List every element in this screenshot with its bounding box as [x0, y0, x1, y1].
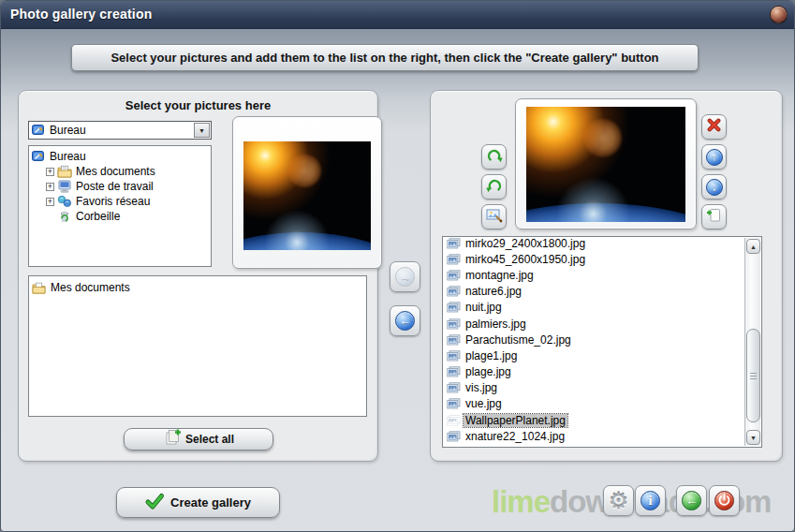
- desktop-icon: [31, 150, 46, 163]
- tree-item-mes-documents[interactable]: Mes documents: [31, 164, 209, 179]
- gallery-preview-image: [526, 107, 685, 222]
- folder-dropdown[interactable]: Bureau: [28, 121, 212, 140]
- photo-file-icon: [447, 415, 461, 426]
- photo-file-icon: [447, 350, 461, 362]
- photo-file-icon: [447, 254, 461, 265]
- add-pages-icon: [163, 429, 182, 450]
- create-gallery-button[interactable]: Create gallery: [116, 487, 280, 518]
- photo-file-icon: [447, 398, 461, 409]
- gallery-preview-frame: [515, 98, 697, 229]
- gallery-file-list: mirko29_2400x1800.jpg mirko45_2600x1950.…: [442, 236, 762, 448]
- gallery-file-row[interactable]: palmiers.jpg: [447, 316, 743, 332]
- expand-plus-icon[interactable]: [46, 168, 54, 176]
- green-check-icon: [145, 494, 164, 512]
- tree-item-label: Mes documents: [76, 165, 155, 178]
- gear-icon: ⚙: [609, 490, 629, 512]
- gallery-file-row[interactable]: mirko45_2600x1950.jpg: [447, 251, 743, 267]
- folder-icon: [32, 282, 46, 293]
- photo-file-icon: [447, 318, 461, 330]
- tree-item-label: Favoris réseau: [76, 195, 150, 208]
- gallery-scrollbar[interactable]: [744, 238, 760, 446]
- info-icon: [640, 491, 660, 510]
- gallery-file-row[interactable]: xnature22_1024.jpg: [447, 428, 743, 444]
- source-panel: Select your pictures here Bureau Bureau …: [18, 90, 378, 462]
- list-item[interactable]: Mes documents: [32, 279, 363, 295]
- tree-item-poste-de-travail[interactable]: Poste de travail: [31, 179, 209, 194]
- expand-plus-icon[interactable]: [46, 183, 54, 191]
- rotate-clockwise-icon: [486, 147, 503, 168]
- arrow-down-icon: [706, 179, 723, 196]
- gallery-file-row[interactable]: nature6.jpg: [447, 284, 743, 300]
- tree-item-bureau[interactable]: Bureau: [31, 149, 209, 164]
- select-all-label: Select all: [185, 433, 234, 446]
- window-title: Photo gallery creation: [10, 7, 152, 22]
- create-gallery-label: Create gallery: [170, 495, 251, 510]
- gallery-file-row[interactable]: vue.jpg: [447, 396, 743, 412]
- list-item-label: Mes documents: [49, 281, 132, 294]
- recycle-bin-icon: [57, 210, 72, 223]
- gallery-file-row[interactable]: plage.jpg: [447, 364, 743, 380]
- settings-button[interactable]: ⚙: [603, 485, 634, 516]
- photo-file-icon: [447, 431, 461, 442]
- network-icon: [57, 195, 72, 208]
- add-to-gallery-button: [390, 261, 420, 292]
- tree-item-corbeille[interactable]: Corbeille: [31, 209, 209, 224]
- move-up-button[interactable]: [701, 144, 727, 170]
- computer-icon: [57, 180, 72, 193]
- photo-gallery-window: Photo gallery creation Select your pictu…: [0, 0, 795, 532]
- gallery-file-row[interactable]: montagne.jpg: [447, 267, 743, 283]
- add-file-button[interactable]: [701, 204, 727, 229]
- arrow-left-icon: [682, 491, 701, 510]
- arrow-right-icon: [395, 267, 415, 287]
- move-down-button[interactable]: [701, 174, 727, 200]
- source-file-list: Mes documents: [28, 275, 367, 417]
- expand-plus-icon[interactable]: [46, 198, 54, 206]
- delete-image-button[interactable]: [701, 114, 727, 140]
- gallery-file-row-selected[interactable]: WallpaperPlanet.jpg: [447, 412, 743, 428]
- rotate-counterclockwise-icon: [486, 177, 503, 198]
- tree-item-label: Poste de travail: [76, 180, 154, 193]
- scroll-down-icon[interactable]: [746, 430, 760, 445]
- delete-x-icon: [706, 117, 722, 137]
- photo-file-icon: [447, 382, 461, 393]
- tree-item-label: Bureau: [50, 150, 86, 163]
- chevron-down-icon[interactable]: [194, 123, 210, 138]
- folder-dropdown-value: Bureau: [50, 124, 86, 137]
- preview-image-button[interactable]: [481, 204, 507, 229]
- rotate-right-button[interactable]: [481, 144, 507, 170]
- power-icon: [714, 491, 734, 510]
- gallery-file-row[interactable]: plage1.jpg: [447, 347, 743, 363]
- instruction-banner: Select your pictures and add them to the…: [71, 44, 699, 71]
- source-preview-image: [243, 141, 371, 250]
- photo-file-icon: [447, 270, 461, 281]
- about-button[interactable]: [635, 485, 666, 516]
- tree-item-favoris-reseau[interactable]: Favoris réseau: [31, 194, 209, 209]
- documents-folder-icon: [57, 165, 72, 178]
- arrow-up-icon: [706, 149, 723, 166]
- rotate-left-button[interactable]: [481, 174, 507, 200]
- gallery-file-row[interactable]: vis.jpg: [447, 380, 743, 396]
- add-page-icon: [706, 207, 722, 227]
- desktop-icon: [31, 124, 46, 137]
- close-icon[interactable]: [770, 6, 788, 23]
- remove-from-gallery-button[interactable]: [390, 305, 420, 336]
- arrow-left-icon: [395, 311, 415, 331]
- tree-item-label: Corbeille: [76, 210, 120, 223]
- source-preview-frame: [232, 116, 382, 269]
- scrollbar-thumb[interactable]: [746, 329, 760, 422]
- gallery-file-row[interactable]: nuit.jpg: [447, 300, 743, 316]
- scroll-up-icon[interactable]: [746, 239, 760, 254]
- gallery-panel: mirko29_2400x1800.jpg mirko45_2600x1950.…: [430, 90, 783, 462]
- gallery-file-row[interactable]: Parachutisme_02.jpg: [447, 332, 743, 347]
- title-bar: Photo gallery creation: [1, 1, 794, 29]
- picture-editor-icon: [486, 208, 503, 227]
- photo-file-icon: [447, 238, 461, 249]
- exit-button[interactable]: [709, 485, 740, 516]
- photo-file-icon: [447, 286, 461, 297]
- photo-file-icon: [447, 334, 461, 346]
- folder-tree: Bureau Mes documents Poste de travail Fa…: [28, 145, 212, 267]
- select-all-button[interactable]: Select all: [124, 428, 273, 451]
- back-button[interactable]: [676, 485, 707, 516]
- gallery-file-row[interactable]: mirko29_2400x1800.jpg: [447, 236, 743, 251]
- photo-file-icon: [447, 366, 461, 377]
